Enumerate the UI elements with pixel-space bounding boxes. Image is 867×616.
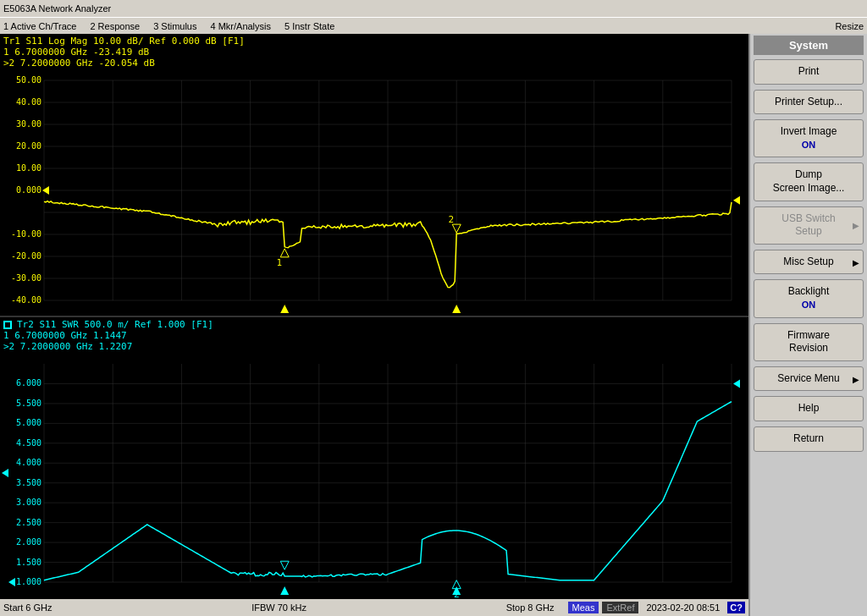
usb-switch-setup-button[interactable]: USB SwitchSetup: [754, 206, 864, 245]
status-ifbw: IFBW 70 kHz: [65, 602, 492, 613]
status-meas: Meas: [568, 602, 599, 613]
bottom-trace-indicator: [3, 321, 12, 329]
title-text: E5063A Network Analyzer: [3, 3, 111, 14]
menu-mkr-analysis[interactable]: 4 Mkr/Analysis: [210, 21, 271, 31]
status-warning: C?: [727, 602, 745, 613]
bottom-marker1: 1 6.7000000 GHz 1.1447: [3, 330, 213, 341]
menu-bar: 1 Active Ch/Trace 2 Response 3 Stimulus …: [0, 17, 867, 34]
bottom-marker2: >2 7.2000000 GHz 1.2207: [3, 341, 213, 352]
title-bar: E5063A Network Analyzer: [0, 0, 867, 17]
status-stop: Stop 8 GHz: [506, 602, 555, 613]
top-marker2: >2 7.2000000 GHz -20.054 dB: [3, 58, 245, 69]
right-panel: System Print Printer Setup... Invert Ima…: [748, 34, 867, 616]
top-marker1: 1 6.7000000 GHz -23.419 dB: [3, 47, 245, 58]
bottom-trace-label: Tr2 S11 SWR 500.0 m/ Ref 1.000 [F1]: [17, 319, 213, 330]
bottom-chart-canvas: [0, 317, 748, 599]
help-button[interactable]: Help: [754, 396, 864, 421]
invert-image-button[interactable]: Invert ImageON: [754, 119, 864, 157]
status-extref: ExtRef: [602, 602, 638, 613]
menu-instr-state[interactable]: 5 Instr State: [284, 21, 334, 31]
status-right: Meas ExtRef 2023-02-20 08:51 C?: [568, 602, 745, 613]
service-menu-button[interactable]: Service Menu: [754, 366, 864, 392]
main-content: Tr1 S11 Log Mag 10.00 dB/ Ref 0.000 dB […: [0, 34, 867, 616]
status-start: Start 6 GHz: [3, 602, 52, 613]
backlight-state: ON: [802, 300, 816, 310]
return-button[interactable]: Return: [754, 426, 864, 452]
chart-area: Tr1 S11 Log Mag 10.00 dB/ Ref 0.000 dB […: [0, 34, 748, 616]
menu-response[interactable]: 2 Response: [90, 21, 140, 31]
top-trace-label: Tr1 S11 Log Mag 10.00 dB/ Ref 0.000 dB […: [3, 36, 245, 47]
backlight-button[interactable]: BacklightON: [754, 279, 864, 317]
firmware-revision-button[interactable]: FirmwareRevision: [754, 323, 864, 361]
top-chart-canvas: [0, 34, 748, 316]
status-bar: Start 6 GHz IFBW 70 kHz Stop 8 GHz Meas …: [0, 599, 748, 616]
status-datetime: 2023-02-20 08:51: [642, 602, 724, 613]
invert-image-state: ON: [802, 140, 816, 150]
chart-top: Tr1 S11 Log Mag 10.00 dB/ Ref 0.000 dB […: [0, 34, 748, 317]
menu-stimulus[interactable]: 3 Stimulus: [153, 21, 196, 31]
print-button[interactable]: Print: [754, 59, 864, 85]
menu-active-ch[interactable]: 1 Active Ch/Trace: [3, 21, 76, 31]
resize-button[interactable]: Resize: [835, 21, 864, 31]
printer-setup-button[interactable]: Printer Setup...: [754, 90, 864, 115]
misc-setup-button[interactable]: Misc Setup: [754, 250, 864, 275]
chart-bottom: Tr2 S11 SWR 500.0 m/ Ref 1.000 [F1] 1 6.…: [0, 317, 748, 599]
dump-screen-button[interactable]: DumpScreen Image...: [754, 162, 864, 201]
system-header: System: [754, 36, 864, 55]
